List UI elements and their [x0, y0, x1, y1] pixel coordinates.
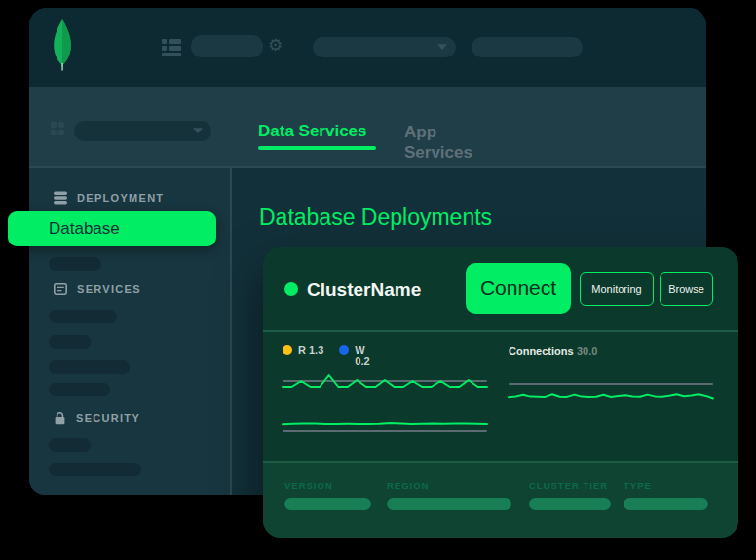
write-label: W 0.2 [355, 344, 369, 367]
account-placeholder[interactable] [472, 37, 583, 57]
connections-sparkline [509, 387, 713, 402]
connect-button[interactable]: Connect [466, 263, 571, 314]
sidebar-item-placeholder[interactable] [49, 257, 101, 271]
project-icon [51, 122, 64, 135]
project-selector-dropdown[interactable] [74, 121, 211, 141]
footer-label: VERSION [284, 480, 333, 491]
monitoring-button[interactable]: Monitoring [580, 272, 654, 306]
connections-label: Connections [509, 345, 574, 356]
write-chart-baseline [283, 430, 487, 432]
tab-app-services[interactable]: App Services [404, 122, 482, 163]
metrics-legend: R 1.3 W 0.2 [283, 344, 370, 367]
card-divider [263, 330, 738, 332]
legend-read: R 1.3 [283, 344, 323, 367]
read-ops-sparkline [283, 371, 487, 391]
sidebar-item-placeholder[interactable] [49, 463, 141, 476]
org-selector-placeholder[interactable] [191, 35, 263, 57]
read-dot-icon [283, 345, 292, 355]
browse-button[interactable]: Browse [660, 272, 713, 306]
read-label: R 1.3 [298, 344, 323, 367]
screenshot-stage: ⚙ Data Services App Services [0, 0, 756, 560]
cluster-card-footer: VERSION REGION CLUSTER TIER TYPE [263, 461, 738, 538]
cluster-status-dot [284, 282, 298, 296]
write-dot-icon [339, 345, 349, 355]
sidebar-item-placeholder[interactable] [49, 383, 110, 396]
sidebar-item-placeholder[interactable] [49, 310, 117, 323]
org-icon[interactable] [162, 38, 183, 57]
footer-value-placeholder [284, 498, 371, 510]
gear-icon[interactable]: ⚙ [268, 35, 283, 55]
footer-label: REGION [387, 480, 429, 491]
footer-value-placeholder [624, 498, 708, 510]
footer-value-placeholder [529, 498, 611, 510]
deployment-icon [54, 191, 67, 205]
legend-write: W 0.2 [339, 344, 369, 367]
sidebar-section-deployment: DEPLOYMENT [54, 191, 164, 205]
tab-data-services[interactable]: Data Services [258, 122, 367, 141]
cluster-card: ClusterName Connect Monitoring Browse R … [263, 247, 738, 538]
sidebar-section-label: SERVICES [77, 283, 141, 295]
sidebar-item-database-active[interactable]: Database [8, 211, 216, 246]
connections-reference-line [509, 383, 713, 385]
write-ops-sparkline [283, 413, 487, 427]
sidebar-item-placeholder[interactable] [49, 335, 91, 349]
footer-value-placeholder [387, 498, 511, 510]
sidebar-item-placeholder[interactable] [49, 438, 91, 452]
nav-bar: Data Services App Services [29, 87, 706, 166]
footer-label: CLUSTER TIER [529, 480, 608, 491]
active-tab-underline [258, 146, 376, 150]
sidebar-item-placeholder[interactable] [49, 360, 130, 374]
mongodb-leaf-icon[interactable] [49, 18, 76, 72]
sidebar-section-services: SERVICES [54, 282, 141, 296]
top-bar: ⚙ [29, 8, 706, 87]
security-lock-icon [54, 411, 66, 425]
footer-label: TYPE [624, 480, 652, 491]
sidebar-section-label: SECURITY [76, 412, 140, 424]
sidebar-section-label: DEPLOYMENT [77, 192, 164, 204]
sidebar-section-security: SECURITY [54, 411, 140, 425]
services-icon [54, 282, 67, 296]
chevron-down-icon [193, 128, 203, 133]
page-title: Database Deployments [259, 205, 492, 231]
chevron-down-icon [437, 44, 447, 50]
connections-value: 30.0 [577, 345, 597, 356]
search-placeholder[interactable] [313, 37, 456, 57]
cluster-name: ClusterName [307, 280, 421, 301]
